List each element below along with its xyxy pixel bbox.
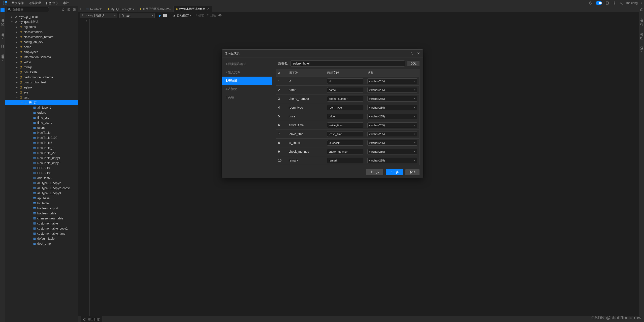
tree-item[interactable]: NewTable_1 [5,145,78,150]
tree-item[interactable]: NewTable_copy1 [5,155,78,160]
tree-item[interactable]: time_users [5,120,78,125]
rail-saved-icon[interactable] [1,44,4,48]
conn-select[interactable]: mysql本地测试 ▾ [80,13,117,18]
target-field-input[interactable] [327,131,363,137]
editor-tab[interactable]: NewTable [83,6,105,12]
new-query-icon[interactable] [72,8,76,12]
tree-item[interactable]: ▸ performance_schema [5,75,78,80]
menu-data-ops[interactable]: 数据操作 [12,1,24,5]
expand-icon[interactable] [410,51,414,55]
tree-item[interactable]: ▸ mysql [5,65,78,70]
type-select[interactable]: varchar(255)▾ [367,78,417,84]
settings-icon[interactable] [612,1,616,5]
tree-item[interactable]: NewTable_copy2 [5,160,78,166]
caret-icon[interactable]: ▸ [16,51,18,53]
caret-icon[interactable]: ▾ [11,21,13,23]
tree-item[interactable]: ▸ quartz_tibot_test [5,80,78,85]
tree-item[interactable]: PERSON [5,166,78,171]
tree-item[interactable]: all_type_1_copy2_copy1 [5,186,78,191]
type-select[interactable]: varchar(255)▾ [367,122,417,128]
tree-item[interactable]: all_type_1_copy2 [5,181,78,186]
caret-icon[interactable]: ▸ [16,61,18,63]
caret-icon[interactable]: ▸ [16,71,18,74]
wizard-step[interactable]: 3.表映射 [222,77,272,85]
target-field-input[interactable] [327,158,363,163]
caret-icon[interactable]: ▸ [16,31,18,33]
type-select[interactable]: varchar(255)▾ [367,105,417,110]
tree-item[interactable]: chinese_new_table [5,216,78,221]
caret-icon[interactable]: ▸ [16,26,18,28]
tree-item[interactable]: ▾ test [5,95,78,100]
type-select[interactable]: varchar(255)▾ [367,140,417,146]
caret-icon[interactable]: ▾ [21,101,23,104]
tree-item[interactable]: time_csv [5,115,78,120]
tree-item[interactable]: NewTable7 [5,140,78,145]
menu-audit[interactable]: 审计 [63,1,69,5]
target-field-input[interactable] [327,149,363,154]
wizard-step[interactable]: 5.高级 [222,93,272,102]
tree-item[interactable]: ▸ bigtables [5,24,78,29]
caret-icon[interactable]: ▸ [16,86,18,89]
rail-collapse-icon[interactable]: › [641,50,642,53]
prev-button[interactable]: 上一步 [366,169,383,175]
output-log-tab[interactable]: 输出日志 [81,316,102,322]
menu-task-center[interactable]: 任务中心 [46,1,58,5]
cancel-button[interactable]: 取消 [405,169,420,175]
rail-db-icon[interactable] [1,8,5,12]
caret-icon[interactable]: ▸ [16,36,18,38]
tree-item[interactable]: ▸ MySQL_Local [5,14,78,19]
tab-close-icon[interactable]: ✕ [207,7,209,11]
layout-icon[interactable] [605,1,609,5]
target-field-input[interactable] [327,105,363,110]
caret-icon[interactable]: ▸ [16,91,18,94]
tree-item[interactable]: ▸ demo [5,45,78,50]
caret-icon[interactable]: ▸ [11,16,13,18]
settings-gear-icon[interactable] [218,14,222,18]
tree-item[interactable]: ▸ kettle [5,60,78,65]
tree-item[interactable]: customer_table [5,221,78,226]
type-select[interactable]: varchar(255)▾ [367,96,417,102]
ddl-button[interactable]: DDL [407,61,420,66]
target-field-input[interactable] [327,140,363,146]
target-field-input[interactable] [327,122,363,128]
tree-item[interactable]: ▾ mysql本地测试 [5,19,78,24]
tree-item[interactable]: default_table [5,236,78,241]
tree-item[interactable]: ▸ employees [5,50,78,55]
tree-item[interactable]: boolean_export [5,206,78,211]
user-name[interactable]: maicong [626,1,638,5]
tree-item[interactable]: customer_table_time [5,231,78,236]
stop-button[interactable] [163,14,167,17]
next-button[interactable]: 下一步 [386,169,403,175]
caret-icon[interactable]: ▾ [16,96,18,99]
target-field-input[interactable] [327,96,363,102]
tree-item[interactable]: customer_table_copy1 [5,226,78,231]
wizard-step[interactable]: 4.表预览 [222,85,272,93]
editor-tab[interactable]: mysql本地测试@test✕ [174,6,212,12]
caret-icon[interactable]: ▸ [16,81,18,84]
rail-history-icon[interactable] [1,23,4,26]
tree-item[interactable]: ▸ ods_kettle [5,70,78,75]
snippet-icon[interactable] [640,36,643,40]
tree-item[interactable]: bit_table [5,201,78,206]
tree-item[interactable]: ▸ information_schema [5,55,78,60]
type-select[interactable]: varchar(255)▾ [367,87,417,93]
target-field-input[interactable] [327,114,363,119]
commit-button[interactable]: ⇧ 提交 [195,13,204,18]
rail-collapse2-icon[interactable]: ‹ [2,59,3,62]
caret-icon[interactable]: ▸ [16,56,18,58]
tree-item[interactable]: ▸ sqlynx [5,85,78,90]
tree-item[interactable]: ▾ 表97 [5,100,78,105]
tree-item[interactable]: boolean_table [5,211,78,216]
rail-collapse-icon[interactable]: ‹ [2,37,3,40]
rail-saved-label[interactable]: 保存的查询 [1,52,4,55]
refresh-icon[interactable] [61,8,65,12]
new-tab-button[interactable]: ＋ [78,6,83,12]
tree-item[interactable]: dept_emp [5,241,78,246]
theme-toggle[interactable] [596,1,602,5]
tree-item[interactable]: api_base [5,196,78,201]
caret-icon[interactable]: ▸ [16,76,18,79]
editor-tab[interactable]: 官网平台系统@MCw... [137,6,174,12]
tree-item[interactable]: ▸ sys [5,90,78,95]
wizard-step[interactable]: 2.输入文件 [222,68,272,77]
caret-icon[interactable]: ▸ [16,41,18,43]
